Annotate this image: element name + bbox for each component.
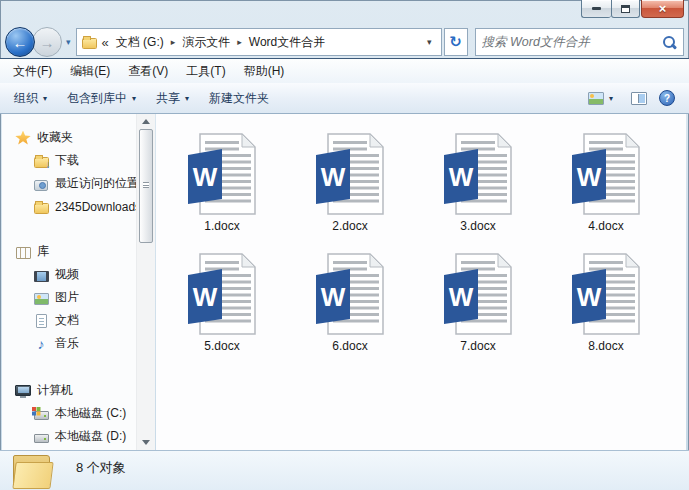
word-file-icon bbox=[315, 252, 385, 336]
documents-icon bbox=[33, 313, 49, 329]
word-file-icon bbox=[187, 132, 257, 216]
menu-view[interactable]: 查看(V) bbox=[119, 60, 177, 83]
organize-button[interactable]: 组织 ▾ bbox=[8, 86, 53, 111]
scroll-up-icon[interactable] bbox=[142, 119, 150, 124]
back-button[interactable]: ← bbox=[5, 27, 35, 57]
explorer-window: × ← → ▾ « 文档 (G:) ▸ 演示文件 ▸ Word文件合并 ▾ ↻ bbox=[0, 0, 689, 490]
sidebar-item-music[interactable]: ♪ 音乐 bbox=[2, 332, 136, 355]
file-name: 8.docx bbox=[588, 339, 623, 353]
file-name: 6.docx bbox=[332, 339, 367, 353]
menu-file[interactable]: 文件(F) bbox=[4, 60, 61, 83]
word-file-icon bbox=[443, 132, 513, 216]
music-note-icon: ♪ bbox=[33, 336, 49, 352]
recent-pages-dropdown[interactable]: ▾ bbox=[66, 37, 71, 47]
word-file-icon bbox=[187, 252, 257, 336]
sidebar-item-pictures[interactable]: 图片 bbox=[2, 286, 136, 309]
refresh-button[interactable]: ↻ bbox=[444, 28, 468, 56]
chevron-down-icon: ▾ bbox=[43, 94, 47, 103]
menu-bar: 文件(F) 编辑(E) 查看(V) 工具(T) 帮助(H) bbox=[0, 59, 689, 83]
details-pane: 8 个对象 bbox=[0, 450, 689, 490]
file-name: 7.docx bbox=[460, 339, 495, 353]
file-tile[interactable]: 2.docx bbox=[286, 124, 414, 244]
address-bar[interactable]: « 文档 (G:) ▸ 演示文件 ▸ Word文件合并 ▾ bbox=[76, 28, 442, 56]
file-name: 4.docx bbox=[588, 219, 623, 233]
file-name: 5.docx bbox=[204, 339, 239, 353]
minimize-button[interactable] bbox=[581, 0, 611, 18]
navigation-bar: ← → ▾ « 文档 (G:) ▸ 演示文件 ▸ Word文件合并 ▾ ↻ bbox=[5, 27, 684, 57]
search-input[interactable] bbox=[482, 35, 662, 49]
file-list-area[interactable]: 1.docx 2.docx 3.docx 4.docx 5.docx 6.doc… bbox=[156, 114, 686, 450]
file-grid: 1.docx 2.docx 3.docx 4.docx 5.docx 6.doc… bbox=[156, 114, 686, 364]
sidebar-item-computer[interactable]: 计算机 bbox=[2, 379, 136, 402]
restore-button[interactable] bbox=[611, 0, 640, 18]
sidebar-item-2345downloads[interactable]: 2345Downloads bbox=[2, 195, 136, 218]
address-folder-icon bbox=[82, 34, 98, 50]
menu-help[interactable]: 帮助(H) bbox=[235, 60, 294, 83]
include-in-library-button[interactable]: 包含到库中 ▾ bbox=[61, 86, 142, 111]
word-file-icon bbox=[315, 132, 385, 216]
breadcrumb-overflow[interactable]: « bbox=[102, 35, 109, 50]
file-tile[interactable]: 7.docx bbox=[414, 244, 542, 364]
pictures-icon bbox=[33, 290, 49, 306]
file-tile[interactable]: 5.docx bbox=[158, 244, 286, 364]
file-name: 3.docx bbox=[460, 219, 495, 233]
scroll-down-icon[interactable] bbox=[142, 440, 150, 445]
preview-pane-button[interactable] bbox=[631, 92, 647, 105]
sidebar-item-libraries[interactable]: 库 bbox=[2, 240, 136, 263]
sidebar-scrollbar[interactable] bbox=[136, 114, 155, 450]
breadcrumb-segment-drive[interactable]: 文档 (G:) bbox=[113, 32, 167, 53]
sidebar-item-downloads[interactable]: ↓ 下载 bbox=[2, 149, 136, 172]
scrollbar-thumb[interactable] bbox=[139, 129, 153, 243]
help-icon: ? bbox=[664, 93, 670, 104]
word-file-icon bbox=[443, 252, 513, 336]
breadcrumb-segment-current[interactable]: Word文件合并 bbox=[246, 32, 328, 53]
command-toolbar: 组织 ▾ 包含到库中 ▾ 共享 ▾ 新建文件夹 ▾ ? bbox=[0, 83, 689, 114]
sidebar-item-favorites[interactable]: 收藏夹 bbox=[2, 126, 136, 149]
sidebar-item-documents[interactable]: 文档 bbox=[2, 309, 136, 332]
address-dropdown-icon[interactable]: ▾ bbox=[423, 37, 436, 47]
breadcrumb-separator-icon[interactable]: ▸ bbox=[171, 37, 176, 47]
menu-tools[interactable]: 工具(T) bbox=[177, 60, 234, 83]
sidebar-item-local-disk-d[interactable]: 本地磁盘 (D:) bbox=[2, 425, 136, 448]
file-tile[interactable]: 6.docx bbox=[286, 244, 414, 364]
file-name: 2.docx bbox=[332, 219, 367, 233]
sidebar-item-videos[interactable]: 视频 bbox=[2, 263, 136, 286]
navigation-pane: 收藏夹 ↓ 下载 最近访问的位置 2345Downloads 库 视频 图片 bbox=[2, 114, 136, 450]
chevron-down-icon: ▾ bbox=[609, 94, 613, 103]
star-icon bbox=[15, 130, 31, 146]
minimize-icon bbox=[592, 7, 601, 10]
menu-edit[interactable]: 编辑(E) bbox=[61, 60, 119, 83]
forward-button[interactable]: → bbox=[32, 27, 62, 57]
file-tile[interactable]: 8.docx bbox=[542, 244, 670, 364]
breadcrumb-segment-parent[interactable]: 演示文件 bbox=[179, 32, 233, 53]
file-tile[interactable]: 1.docx bbox=[158, 124, 286, 244]
back-icon: ← bbox=[13, 34, 28, 51]
videos-icon bbox=[33, 267, 49, 283]
share-button[interactable]: 共享 ▾ bbox=[150, 86, 195, 111]
libraries-icon bbox=[15, 244, 31, 260]
restore-icon bbox=[621, 5, 630, 13]
refresh-icon: ↻ bbox=[449, 33, 462, 51]
scrollbar-grip bbox=[143, 182, 149, 188]
recent-places-icon bbox=[33, 176, 49, 192]
computer-icon bbox=[15, 383, 31, 399]
downloads-folder-icon: ↓ bbox=[33, 153, 49, 169]
sidebar-item-recent-places[interactable]: 最近访问的位置 bbox=[2, 172, 136, 195]
search-icon[interactable] bbox=[662, 35, 677, 50]
file-tile[interactable]: 3.docx bbox=[414, 124, 542, 244]
new-folder-button[interactable]: 新建文件夹 bbox=[203, 86, 275, 111]
file-name: 1.docx bbox=[204, 219, 239, 233]
breadcrumb-separator-icon[interactable]: ▸ bbox=[237, 37, 242, 47]
close-button[interactable]: × bbox=[641, 0, 684, 18]
sidebar-group-gap bbox=[2, 355, 136, 379]
change-view-button[interactable]: ▾ bbox=[582, 88, 619, 109]
word-file-icon bbox=[571, 132, 641, 216]
views-icon bbox=[588, 92, 604, 105]
folder-icon bbox=[13, 455, 55, 489]
chevron-down-icon: ▾ bbox=[132, 94, 136, 103]
file-tile[interactable]: 4.docx bbox=[542, 124, 670, 244]
sidebar-item-local-disk-c[interactable]: 本地磁盘 (C:) bbox=[2, 402, 136, 425]
item-count: 8 个对象 bbox=[76, 459, 126, 477]
word-file-icon bbox=[571, 252, 641, 336]
help-button[interactable]: ? bbox=[659, 90, 675, 106]
